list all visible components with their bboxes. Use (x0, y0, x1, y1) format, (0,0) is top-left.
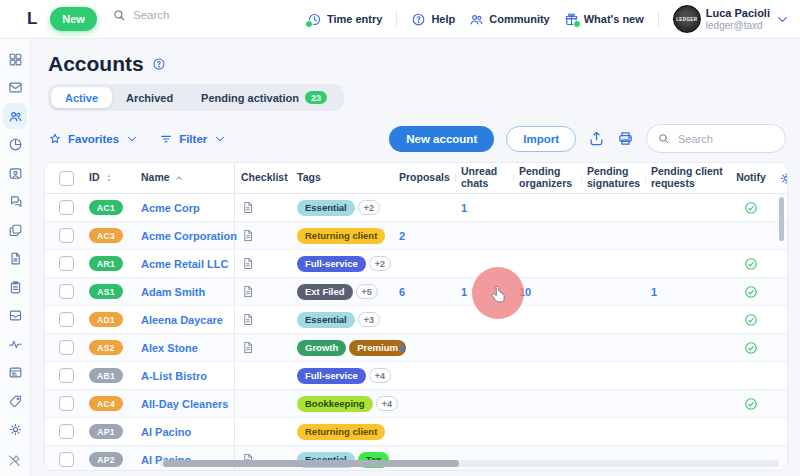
horizontal-scrollbar-thumb[interactable] (163, 460, 459, 467)
account-name-link[interactable]: A-List Bistro (141, 370, 207, 382)
print-icon[interactable] (617, 130, 634, 147)
column-header-name[interactable]: Name (135, 163, 235, 193)
account-id-badge: AS1 (89, 284, 123, 299)
pin-off-icon[interactable] (7, 453, 22, 468)
help-button[interactable]: Help (411, 12, 455, 27)
column-header-id[interactable]: ID (83, 172, 135, 184)
checklist-file-icon[interactable] (241, 228, 255, 243)
sidebar-item-tags[interactable] (3, 388, 27, 414)
checklist-file-icon[interactable] (241, 284, 255, 299)
sidebar-item-clients[interactable] (3, 103, 27, 129)
tag-more-chip[interactable]: +4 (369, 368, 391, 383)
row-checkbox[interactable] (59, 200, 74, 215)
sidebar-item-settings[interactable] (3, 417, 27, 443)
row-checkbox[interactable] (59, 312, 74, 327)
table-search[interactable] (646, 124, 786, 153)
sidebar-item-prospects[interactable] (3, 160, 27, 186)
row-checkbox[interactable] (59, 340, 74, 355)
avatar[interactable]: LEDGER (673, 5, 701, 33)
sort-both-icon[interactable] (104, 173, 114, 183)
count-link[interactable]: 1 (651, 286, 657, 298)
tag-more-chip[interactable]: +5 (356, 284, 378, 299)
account-name-link[interactable]: Adam Smith (141, 286, 205, 298)
sidebar-item-workflow[interactable] (3, 217, 27, 243)
time-entry-button[interactable]: Time entry (307, 12, 382, 27)
row-checkbox[interactable] (59, 228, 74, 243)
count-link[interactable]: 10 (519, 286, 531, 298)
row-notify-cell (729, 285, 773, 299)
account-name-link[interactable]: Aleena Daycare (141, 314, 223, 326)
vertical-scrollbar[interactable] (779, 197, 784, 241)
column-header-pending-organizers[interactable]: Pending organizers (513, 166, 581, 190)
account-name-link[interactable]: All-Day Cleaners (141, 398, 228, 410)
sort-ascending-icon[interactable] (174, 173, 184, 183)
sidebar-item-activity[interactable] (3, 331, 27, 357)
sidebar-item-insights[interactable] (3, 132, 27, 158)
new-account-button[interactable]: New account (389, 126, 494, 152)
column-header-tags[interactable]: Tags (291, 172, 393, 184)
column-header-pending-client-requests[interactable]: Pending client requests (645, 166, 729, 190)
count-link[interactable]: 2 (399, 230, 405, 242)
tag-more-chip[interactable]: +2 (358, 200, 380, 215)
select-all-checkbox[interactable] (59, 171, 74, 186)
filter-dropdown[interactable]: Filter (159, 132, 227, 146)
checklist-file-icon[interactable] (241, 200, 255, 215)
checklist-file-icon[interactable] (241, 312, 255, 327)
sidebar-item-dashboard[interactable] (3, 46, 27, 72)
sidebar-item-organizers[interactable] (3, 274, 27, 300)
row-checklist-cell (235, 312, 291, 327)
row-checkbox[interactable] (59, 452, 74, 467)
account-name-link[interactable]: Acme Retail LLC (141, 258, 228, 270)
table-row: AC1Acme CorpEssential+21 (45, 194, 787, 222)
column-header-checklist[interactable]: Checklist (235, 172, 291, 184)
favorites-dropdown[interactable]: Favorites (48, 132, 139, 146)
user-menu[interactable]: LEDGER Luca Pacioli ledger@taxd (673, 5, 790, 33)
column-settings-gear-icon[interactable] (779, 171, 788, 186)
clock-icon (307, 12, 322, 27)
whats-new-button[interactable]: What's new (564, 12, 644, 27)
column-header-notify[interactable]: Notify (729, 172, 773, 184)
table-search-input[interactable] (676, 132, 765, 146)
column-header-unread-chats[interactable]: Unread chats (455, 166, 513, 190)
sidebar-item-inbox-plus[interactable] (3, 303, 27, 329)
account-name-link[interactable]: Alex Stone (141, 342, 198, 354)
notify-check-icon (744, 341, 758, 355)
export-icon[interactable] (588, 130, 605, 147)
sidebar-item-documents[interactable] (3, 246, 27, 272)
import-button[interactable]: Import (506, 126, 576, 152)
tab-active[interactable]: Active (51, 87, 112, 108)
global-search[interactable]: Search (112, 8, 169, 22)
tag-more-chip[interactable]: +3 (358, 312, 380, 327)
row-checkbox[interactable] (59, 396, 74, 411)
horizontal-scrollbar-track[interactable] (160, 460, 779, 467)
time-entry-label: Time entry (327, 13, 382, 25)
column-header-pending-signatures[interactable]: Pending signatures (581, 166, 645, 190)
table-row: AP2Al PacinoEssentialTax (45, 446, 787, 471)
tag-more-chip[interactable]: +2 (369, 256, 391, 271)
community-button[interactable]: Community (469, 12, 550, 27)
row-id-cell: AS2 (83, 340, 135, 355)
account-name-link[interactable]: Al Pacino (141, 426, 191, 438)
row-id-cell: AP2 (83, 452, 135, 467)
account-name-link[interactable]: Acme Corp (141, 202, 200, 214)
tag-more-chip[interactable]: +4 (376, 396, 398, 411)
sidebar-item-inbox[interactable] (3, 75, 27, 101)
count-link[interactable]: 1 (461, 286, 467, 298)
title-help-icon[interactable] (152, 57, 166, 71)
new-button[interactable]: New (50, 7, 97, 31)
count-link[interactable]: 6 (399, 286, 405, 298)
row-checkbox[interactable] (59, 284, 74, 299)
row-checkbox[interactable] (59, 256, 74, 271)
tab-pending-activation[interactable]: Pending activation23 (187, 87, 341, 108)
row-checkbox[interactable] (59, 368, 74, 383)
row-checkbox[interactable] (59, 424, 74, 439)
sidebar-item-billing[interactable] (3, 360, 27, 386)
count-link[interactable]: 2 (399, 342, 405, 354)
checklist-file-icon[interactable] (241, 340, 255, 355)
column-header-proposals[interactable]: Proposals (393, 172, 455, 184)
sidebar-item-chats[interactable] (3, 189, 27, 215)
count-link[interactable]: 1 (461, 202, 467, 214)
tab-archived[interactable]: Archived (112, 87, 187, 108)
account-name-link[interactable]: Acme Corporation (141, 230, 237, 242)
checklist-file-icon[interactable] (241, 256, 255, 271)
